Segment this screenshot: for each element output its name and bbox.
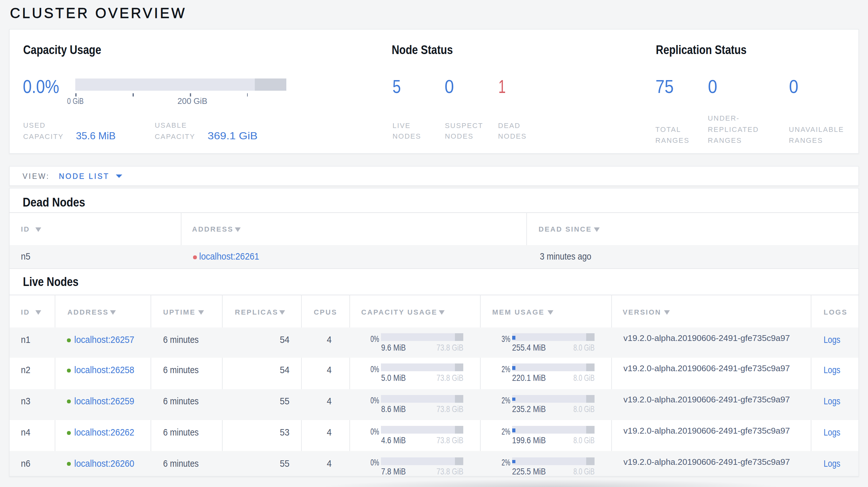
svg-text:n4: n4 <box>21 427 30 437</box>
svg-text:73.8 GiB: 73.8 GiB <box>437 466 464 476</box>
svg-text:0: 0 <box>445 76 454 97</box>
svg-text:VIEW:: VIEW: <box>23 172 50 181</box>
svg-text:Node Status: Node Status <box>392 43 453 57</box>
svg-text:75: 75 <box>656 76 674 97</box>
svg-text:2%: 2% <box>502 426 510 436</box>
svg-text:NODES: NODES <box>393 132 421 140</box>
svg-text:0.0%: 0.0% <box>23 76 59 97</box>
svg-text:0 GiB: 0 GiB <box>67 96 84 106</box>
svg-text:225.5 MiB: 225.5 MiB <box>512 466 546 476</box>
svg-text:73.8 GiB: 73.8 GiB <box>437 435 464 445</box>
svg-text:4: 4 <box>327 458 332 469</box>
svg-text:NODES: NODES <box>498 132 527 140</box>
svg-text:235.2 MiB: 235.2 MiB <box>512 404 546 414</box>
svg-text:6 minutes: 6 minutes <box>163 427 199 437</box>
svg-text:Logs: Logs <box>824 396 840 406</box>
svg-text:UPTIME: UPTIME <box>163 308 196 316</box>
svg-text:8.0 GiB: 8.0 GiB <box>573 404 594 414</box>
svg-text:6 minutes: 6 minutes <box>163 396 199 406</box>
svg-text:5: 5 <box>393 76 401 97</box>
svg-text:localhost:26261: localhost:26261 <box>199 251 259 261</box>
svg-text:SUSPECT: SUSPECT <box>445 122 483 130</box>
svg-text:Dead Nodes: Dead Nodes <box>23 196 85 209</box>
svg-text:n1: n1 <box>21 334 30 345</box>
svg-text:3%: 3% <box>502 334 510 344</box>
svg-text:220.1 MiB: 220.1 MiB <box>512 373 546 383</box>
svg-text:9.6 MiB: 9.6 MiB <box>381 343 406 353</box>
svg-text:4: 4 <box>327 334 332 345</box>
svg-text:Logs: Logs <box>824 427 840 437</box>
svg-text:Capacity Usage: Capacity Usage <box>23 43 101 57</box>
svg-text:ADDRESS: ADDRESS <box>67 308 109 316</box>
svg-text:73.8 GiB: 73.8 GiB <box>437 404 464 414</box>
svg-text:ID: ID <box>21 308 30 316</box>
svg-text:UNAVAILABLE: UNAVAILABLE <box>789 125 844 133</box>
svg-text:8.0 GiB: 8.0 GiB <box>573 373 594 383</box>
svg-text:53: 53 <box>280 427 289 437</box>
svg-text:RANGES: RANGES <box>655 136 689 144</box>
svg-text:6 minutes: 6 minutes <box>163 334 199 345</box>
svg-text:MEM USAGE: MEM USAGE <box>492 308 545 316</box>
svg-text:LIVE: LIVE <box>393 122 411 130</box>
svg-text:2%: 2% <box>502 395 510 405</box>
svg-text:0: 0 <box>708 76 717 97</box>
svg-text:2%: 2% <box>502 364 510 374</box>
svg-text:8.0 GiB: 8.0 GiB <box>573 343 594 353</box>
svg-text:73.8 GiB: 73.8 GiB <box>437 373 464 383</box>
svg-text:v19.2.0-alpha.20190606-2491-gf: v19.2.0-alpha.20190606-2491-gfe735c9a97 <box>623 363 790 373</box>
svg-text:Logs: Logs <box>824 364 840 375</box>
svg-text:localhost:26257: localhost:26257 <box>74 334 134 345</box>
svg-text:VERSION: VERSION <box>623 308 661 316</box>
svg-text:4: 4 <box>327 427 332 437</box>
svg-text:localhost:26258: localhost:26258 <box>74 364 134 375</box>
svg-text:Logs: Logs <box>824 458 840 469</box>
svg-text:v19.2.0-alpha.20190606-2491-gf: v19.2.0-alpha.20190606-2491-gfe735c9a97 <box>623 395 790 404</box>
svg-text:REPLICAS: REPLICAS <box>235 308 278 316</box>
svg-text:REPLICATED: REPLICATED <box>708 125 759 133</box>
svg-text:USED: USED <box>23 121 46 129</box>
svg-text:NODES: NODES <box>445 132 473 140</box>
svg-text:TOTAL: TOTAL <box>655 125 681 133</box>
svg-text:255.4 MiB: 255.4 MiB <box>512 343 546 353</box>
svg-text:LOGS: LOGS <box>824 308 847 316</box>
svg-text:USABLE: USABLE <box>155 121 187 129</box>
svg-text:0%: 0% <box>370 426 379 436</box>
svg-text:8.0 GiB: 8.0 GiB <box>573 435 594 445</box>
svg-text:1: 1 <box>498 76 506 97</box>
svg-text:CAPACITY USAGE: CAPACITY USAGE <box>361 308 438 316</box>
svg-text:73.8 GiB: 73.8 GiB <box>437 343 464 353</box>
svg-text:4.6 MiB: 4.6 MiB <box>381 435 406 445</box>
svg-text:54: 54 <box>280 334 289 345</box>
svg-text:3 minutes ago: 3 minutes ago <box>540 251 591 261</box>
svg-text:n5: n5 <box>21 251 30 261</box>
svg-text:DEAD SINCE: DEAD SINCE <box>538 225 592 233</box>
svg-text:35.6 MiB: 35.6 MiB <box>76 130 116 141</box>
svg-text:CLUSTER OVERVIEW: CLUSTER OVERVIEW <box>10 5 187 21</box>
svg-text:6 minutes: 6 minutes <box>163 458 199 469</box>
svg-text:ID: ID <box>21 225 30 233</box>
svg-text:200 GiB: 200 GiB <box>178 96 208 106</box>
svg-text:5.0 MiB: 5.0 MiB <box>381 373 406 383</box>
svg-text:NODE LIST: NODE LIST <box>59 172 110 181</box>
svg-text:7.8 MiB: 7.8 MiB <box>381 466 406 476</box>
svg-text:55: 55 <box>280 396 289 406</box>
svg-text:369.1 GiB: 369.1 GiB <box>208 130 257 141</box>
svg-text:n3: n3 <box>21 396 30 406</box>
svg-text:6 minutes: 6 minutes <box>163 364 199 375</box>
svg-text:CAPACITY: CAPACITY <box>23 132 64 140</box>
svg-text:0%: 0% <box>370 334 379 344</box>
svg-text:n6: n6 <box>21 458 30 469</box>
svg-text:Logs: Logs <box>824 334 840 345</box>
svg-text:8.0 GiB: 8.0 GiB <box>573 466 594 476</box>
svg-text:8.6 MiB: 8.6 MiB <box>381 404 406 414</box>
svg-text:0%: 0% <box>370 364 379 374</box>
svg-text:DEAD: DEAD <box>498 122 521 130</box>
svg-text:localhost:26259: localhost:26259 <box>74 396 134 406</box>
svg-text:4: 4 <box>327 396 332 406</box>
svg-text:54: 54 <box>280 364 289 375</box>
svg-text:4: 4 <box>327 364 332 375</box>
svg-text:RANGES: RANGES <box>708 136 742 144</box>
svg-text:199.6 MiB: 199.6 MiB <box>512 435 546 445</box>
svg-text:v19.2.0-alpha.20190606-2491-gf: v19.2.0-alpha.20190606-2491-gfe735c9a97 <box>623 457 790 467</box>
svg-text:ADDRESS: ADDRESS <box>192 225 234 233</box>
